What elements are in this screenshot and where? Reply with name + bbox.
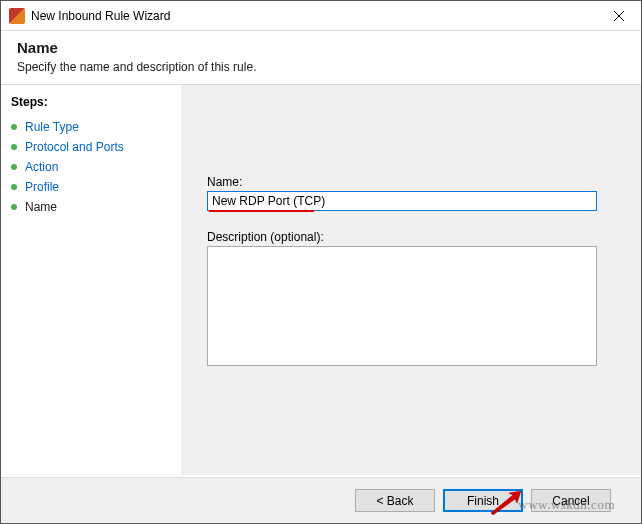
bullet-icon [11, 124, 17, 130]
name-label: Name: [207, 175, 597, 189]
step-action[interactable]: Action [7, 157, 175, 177]
step-label: Protocol and Ports [25, 140, 124, 154]
back-button[interactable]: < Back [355, 489, 435, 512]
step-profile[interactable]: Profile [7, 177, 175, 197]
step-label: Rule Type [25, 120, 79, 134]
steps-heading: Steps: [7, 95, 175, 109]
step-name[interactable]: Name [7, 197, 175, 217]
cancel-button[interactable]: Cancel [531, 489, 611, 512]
steps-sidebar: Steps: Rule Type Protocol and Ports Acti… [1, 85, 181, 475]
name-input[interactable] [207, 191, 597, 211]
description-input[interactable] [207, 246, 597, 366]
page-subtitle: Specify the name and description of this… [17, 60, 625, 74]
page-title: Name [17, 39, 625, 56]
step-label: Name [25, 200, 57, 214]
bullet-icon [11, 144, 17, 150]
bullet-icon [11, 164, 17, 170]
wizard-footer: < Back Finish Cancel [1, 477, 641, 523]
wizard-header: Name Specify the name and description of… [1, 31, 641, 85]
step-label: Action [25, 160, 58, 174]
spellcheck-underline [209, 210, 314, 212]
step-label: Profile [25, 180, 59, 194]
finish-button[interactable]: Finish [443, 489, 523, 512]
titlebar: New Inbound Rule Wizard [1, 1, 641, 31]
close-button[interactable] [596, 1, 641, 31]
wizard-content: Name: Description (optional): [181, 85, 641, 475]
bullet-icon [11, 184, 17, 190]
close-icon [614, 11, 624, 21]
firewall-icon [9, 8, 25, 24]
bullet-icon [11, 204, 17, 210]
description-label: Description (optional): [207, 230, 597, 244]
step-rule-type[interactable]: Rule Type [7, 117, 175, 137]
window-title: New Inbound Rule Wizard [31, 9, 596, 23]
step-protocol-ports[interactable]: Protocol and Ports [7, 137, 175, 157]
wizard-body: Steps: Rule Type Protocol and Ports Acti… [1, 85, 641, 475]
